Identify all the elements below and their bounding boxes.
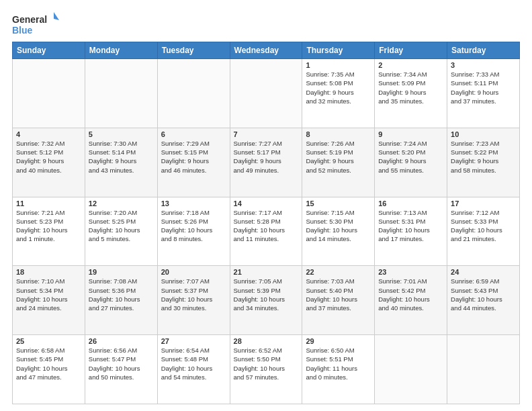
day-info: Sunrise: 7:08 AM Sunset: 5:36 PM Dayligh… <box>89 277 154 312</box>
day-header-sunday: Sunday <box>13 42 85 59</box>
calendar-cell: 14Sunrise: 7:17 AM Sunset: 5:28 PM Dayli… <box>230 197 302 266</box>
calendar-cell <box>13 59 85 128</box>
day-info: Sunrise: 7:01 AM Sunset: 5:42 PM Dayligh… <box>378 277 443 312</box>
day-info: Sunrise: 6:56 AM Sunset: 5:47 PM Dayligh… <box>89 346 154 381</box>
day-info: Sunrise: 7:32 AM Sunset: 5:12 PM Dayligh… <box>16 139 81 175</box>
calendar-cell: 29Sunrise: 6:50 AM Sunset: 5:51 PM Dayli… <box>302 335 375 404</box>
day-info: Sunrise: 7:29 AM Sunset: 5:15 PM Dayligh… <box>161 139 226 175</box>
day-info: Sunrise: 7:27 AM Sunset: 5:17 PM Dayligh… <box>234 139 299 175</box>
day-number: 15 <box>306 199 371 208</box>
calendar-cell: 28Sunrise: 6:52 AM Sunset: 5:50 PM Dayli… <box>230 335 302 404</box>
day-info: Sunrise: 7:17 AM Sunset: 5:28 PM Dayligh… <box>234 208 299 244</box>
calendar-cell: 10Sunrise: 7:23 AM Sunset: 5:22 PM Dayli… <box>447 128 520 197</box>
logo-svg: General Blue <box>12 11 59 38</box>
week-row-5: 25Sunrise: 6:58 AM Sunset: 5:45 PM Dayli… <box>13 335 520 404</box>
week-row-4: 18Sunrise: 7:10 AM Sunset: 5:34 PM Dayli… <box>13 266 520 335</box>
day-info: Sunrise: 7:10 AM Sunset: 5:34 PM Dayligh… <box>16 277 81 312</box>
day-info: Sunrise: 6:54 AM Sunset: 5:48 PM Dayligh… <box>161 346 226 381</box>
day-info: Sunrise: 6:50 AM Sunset: 5:51 PM Dayligh… <box>306 346 371 381</box>
day-number: 5 <box>89 130 154 138</box>
day-number: 1 <box>306 61 371 69</box>
calendar-cell: 17Sunrise: 7:12 AM Sunset: 5:33 PM Dayli… <box>447 197 520 266</box>
day-number: 11 <box>16 199 81 208</box>
day-number: 6 <box>161 130 226 138</box>
day-info: Sunrise: 7:03 AM Sunset: 5:40 PM Dayligh… <box>306 277 371 312</box>
day-info: Sunrise: 7:15 AM Sunset: 5:30 PM Dayligh… <box>306 208 371 244</box>
calendar-cell: 27Sunrise: 6:54 AM Sunset: 5:48 PM Dayli… <box>157 335 230 404</box>
day-number: 24 <box>451 268 516 276</box>
day-header-thursday: Thursday <box>302 42 375 59</box>
svg-text:General: General <box>12 14 47 25</box>
day-info: Sunrise: 7:13 AM Sunset: 5:31 PM Dayligh… <box>378 208 443 244</box>
day-number: 14 <box>234 199 299 208</box>
day-info: Sunrise: 7:07 AM Sunset: 5:37 PM Dayligh… <box>161 277 226 312</box>
day-info: Sunrise: 6:58 AM Sunset: 5:45 PM Dayligh… <box>16 346 81 381</box>
calendar-cell: 23Sunrise: 7:01 AM Sunset: 5:42 PM Dayli… <box>375 266 447 335</box>
day-header-row: SundayMondayTuesdayWednesdayThursdayFrid… <box>13 42 520 59</box>
calendar-cell: 18Sunrise: 7:10 AM Sunset: 5:34 PM Dayli… <box>13 266 85 335</box>
day-info: Sunrise: 7:24 AM Sunset: 5:20 PM Dayligh… <box>378 139 443 175</box>
day-info: Sunrise: 7:20 AM Sunset: 5:25 PM Dayligh… <box>89 208 154 244</box>
calendar-cell: 7Sunrise: 7:27 AM Sunset: 5:17 PM Daylig… <box>230 128 302 197</box>
calendar-cell <box>85 59 157 128</box>
day-header-monday: Monday <box>85 42 157 59</box>
day-info: Sunrise: 6:59 AM Sunset: 5:43 PM Dayligh… <box>451 277 516 312</box>
day-number: 23 <box>378 268 443 276</box>
calendar-cell: 5Sunrise: 7:30 AM Sunset: 5:14 PM Daylig… <box>85 128 157 197</box>
day-header-wednesday: Wednesday <box>230 42 302 59</box>
calendar-cell <box>157 59 230 128</box>
svg-marker-2 <box>54 12 59 20</box>
calendar-cell: 12Sunrise: 7:20 AM Sunset: 5:25 PM Dayli… <box>85 197 157 266</box>
day-number: 12 <box>89 199 154 208</box>
day-number: 4 <box>16 130 81 138</box>
day-number: 19 <box>89 268 154 276</box>
day-number: 25 <box>16 337 81 345</box>
calendar-cell <box>230 59 302 128</box>
day-number: 21 <box>234 268 299 276</box>
day-info: Sunrise: 7:23 AM Sunset: 5:22 PM Dayligh… <box>451 139 516 175</box>
calendar-cell: 19Sunrise: 7:08 AM Sunset: 5:36 PM Dayli… <box>85 266 157 335</box>
day-number: 7 <box>234 130 299 138</box>
calendar-cell: 8Sunrise: 7:26 AM Sunset: 5:19 PM Daylig… <box>302 128 375 197</box>
day-info: Sunrise: 7:12 AM Sunset: 5:33 PM Dayligh… <box>451 208 516 244</box>
calendar-cell: 6Sunrise: 7:29 AM Sunset: 5:15 PM Daylig… <box>157 128 230 197</box>
header: General Blue <box>12 11 520 38</box>
calendar-cell: 2Sunrise: 7:34 AM Sunset: 5:09 PM Daylig… <box>375 59 447 128</box>
day-info: Sunrise: 7:33 AM Sunset: 5:11 PM Dayligh… <box>451 70 516 105</box>
week-row-3: 11Sunrise: 7:21 AM Sunset: 5:23 PM Dayli… <box>13 197 520 266</box>
day-info: Sunrise: 7:26 AM Sunset: 5:19 PM Dayligh… <box>306 139 371 175</box>
day-info: Sunrise: 7:35 AM Sunset: 5:08 PM Dayligh… <box>306 70 371 105</box>
calendar-cell <box>447 335 520 404</box>
calendar-cell: 3Sunrise: 7:33 AM Sunset: 5:11 PM Daylig… <box>447 59 520 128</box>
day-info: Sunrise: 7:18 AM Sunset: 5:26 PM Dayligh… <box>161 208 226 244</box>
calendar-cell: 20Sunrise: 7:07 AM Sunset: 5:37 PM Dayli… <box>157 266 230 335</box>
calendar-cell: 24Sunrise: 6:59 AM Sunset: 5:43 PM Dayli… <box>447 266 520 335</box>
calendar-cell: 4Sunrise: 7:32 AM Sunset: 5:12 PM Daylig… <box>13 128 85 197</box>
calendar-cell: 15Sunrise: 7:15 AM Sunset: 5:30 PM Dayli… <box>302 197 375 266</box>
day-number: 13 <box>161 199 226 208</box>
day-number: 26 <box>89 337 154 345</box>
day-number: 2 <box>378 61 443 69</box>
day-number: 17 <box>451 199 516 208</box>
day-header-saturday: Saturday <box>447 42 520 59</box>
day-header-tuesday: Tuesday <box>157 42 230 59</box>
day-info: Sunrise: 7:34 AM Sunset: 5:09 PM Dayligh… <box>378 70 443 105</box>
calendar-cell: 11Sunrise: 7:21 AM Sunset: 5:23 PM Dayli… <box>13 197 85 266</box>
day-number: 28 <box>234 337 299 345</box>
calendar-cell: 16Sunrise: 7:13 AM Sunset: 5:31 PM Dayli… <box>375 197 447 266</box>
day-number: 27 <box>161 337 226 345</box>
logo: General Blue <box>12 11 59 38</box>
day-header-friday: Friday <box>375 42 447 59</box>
calendar-cell: 9Sunrise: 7:24 AM Sunset: 5:20 PM Daylig… <box>375 128 447 197</box>
day-number: 16 <box>378 199 443 208</box>
calendar-table: SundayMondayTuesdayWednesdayThursdayFrid… <box>12 42 520 404</box>
day-info: Sunrise: 6:52 AM Sunset: 5:50 PM Dayligh… <box>234 346 299 381</box>
calendar-cell: 22Sunrise: 7:03 AM Sunset: 5:40 PM Dayli… <box>302 266 375 335</box>
week-row-1: 1Sunrise: 7:35 AM Sunset: 5:08 PM Daylig… <box>13 59 520 128</box>
day-info: Sunrise: 7:05 AM Sunset: 5:39 PM Dayligh… <box>234 277 299 312</box>
day-info: Sunrise: 7:30 AM Sunset: 5:14 PM Dayligh… <box>89 139 154 175</box>
day-number: 9 <box>378 130 443 138</box>
day-number: 3 <box>451 61 516 69</box>
day-info: Sunrise: 7:21 AM Sunset: 5:23 PM Dayligh… <box>16 208 81 244</box>
calendar-cell: 25Sunrise: 6:58 AM Sunset: 5:45 PM Dayli… <box>13 335 85 404</box>
